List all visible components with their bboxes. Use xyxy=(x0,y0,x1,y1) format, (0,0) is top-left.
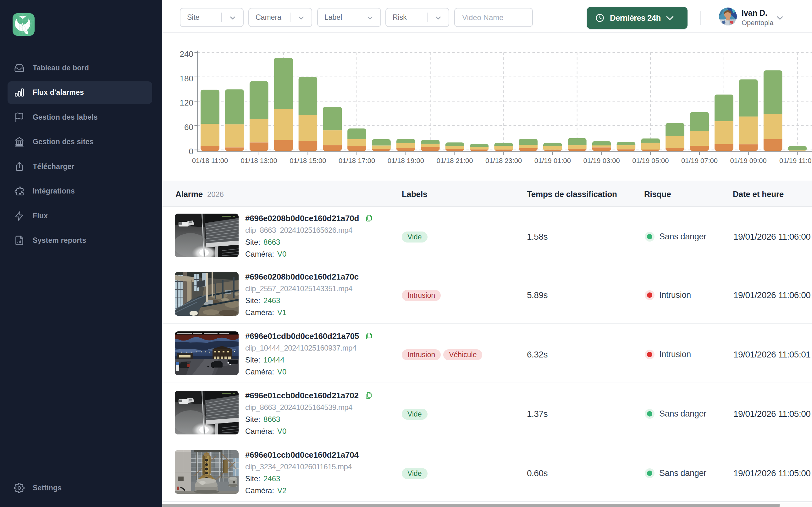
svg-text:01/19 05:00: 01/19 05:00 xyxy=(632,157,669,165)
svg-text:01/18 15:00: 01/18 15:00 xyxy=(290,157,326,165)
svg-text:01/18 13:00: 01/18 13:00 xyxy=(241,157,277,165)
svg-text:01/18 21:00: 01/18 21:00 xyxy=(436,157,473,165)
svg-text:01/18 11:00: 01/18 11:00 xyxy=(192,157,228,165)
svg-text:01/19 01:00: 01/19 01:00 xyxy=(535,157,571,165)
svg-text:180: 180 xyxy=(180,74,193,83)
svg-text:0: 0 xyxy=(189,147,193,156)
svg-text:120: 120 xyxy=(180,98,193,107)
svg-text:01/18 17:00: 01/18 17:00 xyxy=(339,157,375,165)
svg-text:60: 60 xyxy=(184,122,193,132)
svg-text:240: 240 xyxy=(180,49,193,59)
svg-text:01/18 19:00: 01/18 19:00 xyxy=(388,157,424,165)
svg-text:01/19 11:00: 01/19 11:00 xyxy=(779,157,812,165)
svg-text:01/19 07:00: 01/19 07:00 xyxy=(681,157,718,165)
svg-text:01/19 09:00: 01/19 09:00 xyxy=(730,157,767,165)
svg-text:01/18 23:00: 01/18 23:00 xyxy=(486,157,522,165)
svg-text:01/19 03:00: 01/19 03:00 xyxy=(583,157,620,165)
